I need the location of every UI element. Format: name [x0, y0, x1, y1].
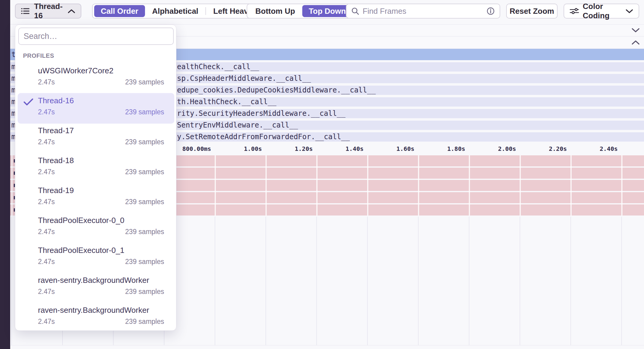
list-icon	[21, 7, 30, 15]
dropdown-search-field[interactable]	[18, 28, 174, 45]
direction-segmented-control: Bottom UpTop Down	[247, 4, 355, 19]
time-gridline	[418, 217, 419, 345]
reset-zoom-label: Reset Zoom	[510, 7, 554, 16]
profile-option-samples: 239 samples	[125, 228, 164, 236]
time-gridline	[367, 217, 368, 345]
time-gridline	[316, 217, 317, 345]
frame-function-name: ealthCheck.__call__	[177, 62, 259, 72]
profile-option-duration: 2.47s	[38, 258, 55, 266]
profile-option-name: ThreadPoolExecutor-0_1	[38, 246, 124, 255]
time-gridline	[215, 217, 215, 345]
reset-zoom-button[interactable]: Reset Zoom	[506, 4, 558, 19]
profile-option-name: uWSGIWorker7Core2	[38, 66, 113, 75]
find-frames-input[interactable]	[363, 7, 483, 16]
profile-option-duration: 2.47s	[38, 198, 55, 206]
profile-option-name: Thread-19	[38, 186, 74, 195]
time-gridline	[265, 217, 266, 345]
frame-function-name: SentryEnvMiddleware.__call__	[177, 121, 298, 130]
frame-function-name: th.HealthCheck.__call__	[177, 97, 276, 107]
profile-option[interactable]: Thread-192.47s239 samples	[15, 184, 177, 214]
axis-tick-label: 2.40s	[564, 143, 618, 154]
axis-tick-label: 1.40s	[310, 143, 364, 154]
info-icon[interactable]	[486, 7, 495, 15]
chevron-up-icon[interactable]	[631, 40, 640, 45]
profile-option-name: Thread-18	[38, 156, 74, 165]
search-icon	[351, 7, 359, 15]
thread-selector-button[interactable]: Thread-16	[15, 4, 81, 19]
profiler-flamegraph-screen: t mealthCheck.__call__msp.CspHeaderMiddl…	[0, 0, 644, 349]
axis-tick-label: 1.20s	[259, 143, 313, 154]
frame-function-name: sp.CspHeaderMiddleware.__call__	[177, 74, 311, 83]
thread-dropdown-menu: PROFILES uWSGIWorker7Core22.47s239 sampl…	[15, 25, 176, 331]
sort-option-alphabetical[interactable]: Alphabetical	[146, 5, 205, 17]
direction-option-top-down[interactable]: Top Down	[302, 5, 352, 17]
profile-option-name: Thread-17	[38, 126, 74, 135]
profile-option[interactable]: Thread-172.47s239 samples	[15, 124, 177, 154]
time-gridline	[570, 217, 571, 345]
profile-option-duration: 2.47s	[38, 288, 55, 296]
sliders-icon	[570, 7, 579, 15]
profile-option[interactable]: ThreadPoolExecutor-0_12.47s239 samples	[15, 244, 177, 274]
profiles-section-label: PROFILES	[23, 52, 54, 59]
time-gridline	[11, 217, 12, 345]
profile-option-name: raven-sentry.BackgroundWorker	[38, 306, 149, 315]
profile-option-name: ThreadPoolExecutor-0_0	[38, 216, 124, 225]
frame-function-name: y.SetRemoteAddrFromForwardedFor.__call__	[177, 132, 350, 142]
chevron-down-icon[interactable]	[631, 28, 640, 33]
profile-option-samples: 239 samples	[125, 138, 164, 146]
axis-tick-label: 2.00s	[462, 143, 516, 154]
profile-option-duration: 2.47s	[38, 168, 55, 176]
sort-segmented-control: Call OrderAlphabeticalLeft Heavy	[92, 4, 261, 19]
color-coding-label: Color Coding	[583, 2, 622, 20]
profile-option-samples: 239 samples	[125, 288, 164, 296]
profile-option[interactable]: raven-sentry.BackgroundWorker2.47s239 sa…	[15, 274, 177, 304]
time-gridline	[469, 217, 469, 345]
profile-option-samples: 239 samples	[125, 258, 164, 266]
axis-tick-label: 1.00s	[208, 143, 262, 154]
frame-function-name: edupe_cookies.DedupeCookiesMiddleware.__…	[177, 86, 376, 95]
frame-function-name: rity.SecurityHeadersMiddleware.__call__	[177, 109, 346, 118]
axis-tick-label: 1.60s	[361, 143, 414, 154]
profile-option-samples: 239 samples	[125, 108, 164, 116]
profile-option[interactable]: uWSGIWorker7Core22.47s239 samples	[15, 64, 177, 94]
dropdown-search-input[interactable]	[24, 32, 168, 41]
profile-option-duration: 2.47s	[38, 228, 55, 236]
sort-option-call-order[interactable]: Call Order	[94, 5, 145, 17]
profile-option-name: raven-sentry.BackgroundWorker	[38, 276, 149, 285]
app-sidebar	[0, 0, 10, 349]
thread-selector-label: Thread-16	[34, 2, 63, 20]
axis-tick-label: 1.80s	[411, 143, 465, 154]
profile-option-duration: 2.47s	[38, 138, 55, 146]
profile-option-samples: 239 samples	[125, 198, 164, 206]
profile-option[interactable]: Thread-182.47s239 samples	[15, 154, 177, 184]
profile-option-duration: 2.47s	[38, 108, 55, 116]
time-gridline	[520, 217, 520, 345]
profile-option[interactable]: raven-sentry.BackgroundWorker2.47s239 sa…	[15, 304, 177, 334]
chevron-up-icon	[68, 9, 75, 13]
bottom-divider	[10, 345, 644, 345]
profile-option[interactable]: Thread-162.47s239 samples	[15, 94, 177, 124]
profile-option-samples: 239 samples	[125, 78, 164, 86]
time-gridline	[621, 217, 622, 345]
find-frames-search[interactable]	[346, 4, 500, 19]
profile-option-duration: 2.47s	[38, 78, 55, 86]
direction-option-bottom-up[interactable]: Bottom Up	[249, 5, 302, 17]
chevron-down-icon	[625, 9, 633, 13]
segment-divider	[205, 7, 206, 15]
profile-option[interactable]: ThreadPoolExecutor-0_02.47s239 samples	[15, 214, 177, 244]
checkmark-icon	[23, 98, 34, 106]
profile-option-name: Thread-16	[38, 96, 74, 105]
profile-option-samples: 239 samples	[125, 168, 164, 176]
axis-tick-label: 2.20s	[513, 143, 567, 154]
profile-option-duration: 2.47s	[38, 318, 55, 326]
color-coding-button[interactable]: Color Coding	[564, 4, 639, 19]
profile-option-samples: 239 samples	[125, 318, 164, 326]
